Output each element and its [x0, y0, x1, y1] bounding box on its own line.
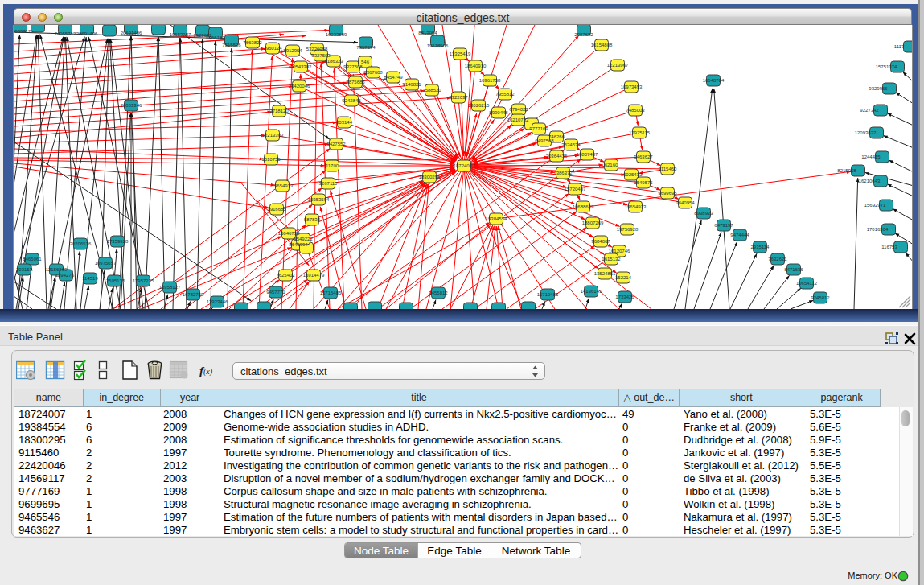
svg-text:15751074: 15751074	[876, 64, 897, 69]
svg-text:7485003: 7485003	[626, 108, 645, 113]
svg-text:393153: 393153	[16, 267, 33, 272]
svg-text:14136141: 14136141	[581, 289, 602, 294]
svg-text:7625402: 7625402	[276, 273, 295, 278]
svg-text:6479197: 6479197	[714, 223, 733, 228]
svg-text:16961758: 16961758	[479, 78, 501, 83]
svg-text:9474444: 9474444	[730, 233, 749, 237]
svg-text:18724007: 18724007	[454, 163, 475, 168]
svg-text:2087682: 2087682	[574, 32, 593, 37]
svg-text:17359928: 17359928	[107, 239, 129, 244]
svg-text:9427552: 9427552	[326, 142, 346, 146]
svg-text:803144: 803144	[336, 120, 353, 125]
svg-text:1588520: 1588520	[422, 88, 441, 93]
svg-text:8938923: 8938923	[694, 211, 713, 216]
svg-text:1117: 1117	[894, 44, 905, 49]
svg-text:24055712: 24055712	[14, 29, 31, 34]
svg-text:10025433: 10025433	[621, 172, 643, 177]
svg-text:17016504: 17016504	[867, 227, 889, 232]
svg-text:1916685: 1916685	[267, 207, 286, 212]
svg-text:12505135: 12505135	[104, 278, 125, 283]
svg-text:26053346: 26053346	[121, 103, 142, 108]
svg-text:1549222: 1549222	[294, 237, 313, 241]
svg-text:10807487: 10807487	[577, 152, 598, 157]
svg-text:19756928: 19756928	[617, 227, 639, 232]
svg-text:53226058: 53226058	[306, 47, 328, 51]
svg-text:114519: 114519	[82, 276, 98, 281]
svg-text:18300295: 18300295	[419, 175, 441, 179]
svg-text:12942757: 12942757	[55, 273, 77, 278]
svg-text:7386372: 7386372	[553, 171, 573, 175]
svg-text:16033809: 16033809	[326, 32, 347, 37]
svg-text:15710485: 15710485	[537, 292, 559, 297]
svg-text:(x): (x)	[203, 367, 213, 377]
svg-text:15716485: 15716485	[320, 290, 342, 295]
svg-text:6966160: 6966160	[206, 35, 225, 40]
svg-text:10975657: 10975657	[95, 261, 117, 266]
svg-text:8215958: 8215958	[837, 168, 856, 173]
svg-text:9245012: 9245012	[811, 295, 830, 300]
svg-text:11700: 11700	[326, 163, 339, 168]
svg-text:152214: 152214	[615, 275, 632, 280]
svg-text:16210722: 16210722	[507, 117, 529, 122]
svg-text:1010755: 1010755	[261, 157, 281, 162]
svg-text:9242848: 9242848	[342, 98, 361, 103]
svg-text:2935114: 2935114	[751, 245, 770, 249]
svg-text:9146821: 9146821	[402, 82, 421, 87]
svg-text:16782759: 16782759	[183, 292, 204, 297]
svg-text:12213967: 12213967	[607, 63, 629, 68]
svg-text:18807269: 18807269	[582, 220, 604, 225]
svg-text:10653287: 10653287	[170, 32, 191, 37]
svg-text:8322037: 8322037	[449, 95, 468, 100]
svg-text:9699695: 9699695	[658, 191, 677, 196]
svg-text:6794028: 6794028	[509, 107, 528, 112]
svg-text:16210643: 16210643	[859, 179, 881, 183]
svg-text:13626215: 13626215	[468, 103, 490, 108]
svg-text:12093822: 12093822	[855, 130, 877, 135]
svg-text:1615132: 1615132	[602, 257, 621, 262]
svg-text:587834: 587834	[304, 217, 321, 222]
svg-text:20364436: 20364436	[546, 154, 568, 159]
svg-text:18640910: 18640910	[465, 64, 487, 68]
svg-text:9327508: 9327508	[343, 64, 363, 69]
svg-text:9455812: 9455812	[429, 290, 448, 295]
svg-text:8186323: 8186323	[324, 59, 343, 64]
svg-text:10688609: 10688609	[573, 204, 594, 209]
svg-text:9684067: 9684067	[591, 239, 610, 244]
svg-text:12156869: 12156869	[46, 267, 68, 272]
svg-text:7357274: 7357274	[356, 45, 376, 50]
svg-text:7632621: 7632621	[768, 257, 787, 262]
svg-text:116753: 116753	[881, 245, 897, 249]
svg-text:9327503: 9327503	[311, 53, 331, 58]
svg-text:17957225: 17957225	[133, 278, 154, 283]
svg-text:15720407: 15720407	[565, 187, 586, 192]
svg-text:3624534: 3624534	[561, 142, 581, 147]
svg-text:15692971: 15692971	[864, 203, 886, 208]
svg-text:2718120: 2718120	[269, 109, 289, 113]
svg-text:19353594: 19353594	[308, 197, 330, 202]
svg-text:3960124: 3960124	[263, 46, 282, 51]
svg-text:62160: 62160	[605, 163, 618, 167]
svg-text:24055712: 24055712	[55, 31, 76, 36]
svg-text:1244415: 1244415	[861, 154, 881, 159]
svg-text:9227342: 9227342	[860, 108, 879, 113]
svg-text:8640994: 8640994	[289, 242, 308, 247]
svg-text:16914479: 16914479	[303, 273, 325, 278]
svg-text:16046738: 16046738	[278, 231, 300, 236]
svg-text:3267110: 3267110	[319, 181, 339, 186]
svg-text:23420046: 23420046	[289, 84, 310, 89]
svg-text:12213303: 12213303	[262, 133, 284, 138]
svg-text:8465061: 8465061	[23, 257, 42, 262]
svg-text:10543382: 10543382	[290, 64, 312, 69]
svg-text:16154808: 16154808	[591, 43, 613, 47]
svg-text:19654923: 19654923	[625, 204, 647, 209]
svg-text:8912954: 8912954	[283, 48, 302, 53]
svg-text:9329966: 9329966	[869, 86, 888, 91]
svg-text:13958127: 13958127	[159, 285, 181, 290]
svg-text:7515526: 7515526	[222, 43, 241, 47]
svg-text:20691406: 20691406	[121, 31, 142, 35]
svg-text:3875685: 3875685	[346, 80, 365, 84]
svg-text:19654933: 19654933	[272, 183, 294, 188]
svg-text:12975115: 12975115	[629, 130, 651, 135]
svg-text:9115460: 9115460	[659, 167, 678, 171]
svg-text:7955812: 7955812	[495, 92, 515, 97]
